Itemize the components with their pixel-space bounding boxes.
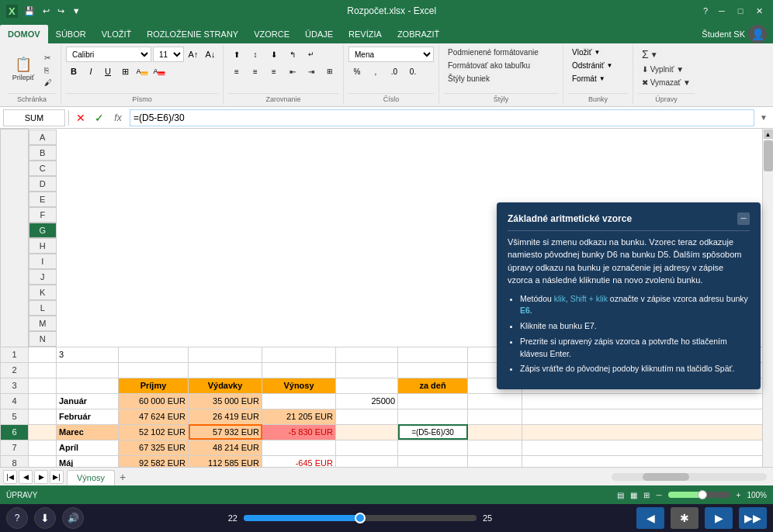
scrollbar-thumb[interactable] (764, 140, 773, 171)
confirm-formula-btn[interactable]: ✓ (91, 109, 108, 126)
h-scrollbar-thumb[interactable] (643, 473, 689, 481)
sheet-nav-next-btn[interactable]: ▶ (34, 470, 48, 484)
align-center-btn[interactable]: ≡ (247, 64, 264, 79)
cell-f4[interactable]: 25000 (336, 393, 398, 409)
cell-b6[interactable]: Marec (57, 424, 119, 440)
cell-d4[interactable]: 35 000 EUR (189, 393, 262, 409)
cell-f1[interactable] (336, 347, 398, 362)
cell-c2[interactable] (119, 362, 189, 378)
align-top-btn[interactable]: ⬆ (228, 47, 245, 62)
cell-i6[interactable] (522, 424, 774, 440)
taskbar-sound-btn[interactable]: 🔊 (62, 507, 84, 529)
row-num-2[interactable]: 2 (1, 362, 29, 378)
increase-decimal-btn[interactable]: .0 (386, 64, 403, 79)
cell-g8[interactable] (398, 455, 468, 467)
cell-g4[interactable] (398, 393, 468, 409)
cell-i5[interactable] (522, 409, 774, 424)
minimize-btn[interactable]: ─ (714, 5, 730, 17)
cell-d1[interactable] (189, 347, 262, 362)
border-btn[interactable]: ⊞ (117, 64, 133, 79)
insert-cells-btn[interactable]: Vložiť ▼ (568, 47, 604, 58)
help-icon[interactable]: ? (700, 5, 711, 17)
tab-vlozit[interactable]: VLOŽIŤ (94, 25, 140, 43)
increase-font-btn[interactable]: A↑ (185, 47, 201, 62)
align-bottom-btn[interactable]: ⬇ (265, 47, 283, 62)
cell-e1[interactable] (262, 347, 336, 362)
view-page-break-btn[interactable]: ⊞ (643, 491, 650, 499)
italic-btn[interactable]: I (83, 64, 99, 79)
copy-btn[interactable]: ⎘ (40, 64, 56, 76)
number-format-select[interactable]: Mena (348, 47, 434, 62)
cell-e5[interactable]: 21 205 EUR (262, 409, 336, 424)
taskbar-help-btn[interactable]: ? (6, 507, 28, 529)
tab-udaje[interactable]: ÚDAJE (297, 25, 341, 43)
decrease-decimal-btn[interactable]: 0. (404, 64, 421, 79)
col-header-l[interactable]: L (29, 300, 57, 316)
cell-a7[interactable] (29, 440, 57, 455)
cell-c7[interactable]: 67 325 EUR (119, 440, 189, 455)
close-btn[interactable]: ✕ (751, 5, 767, 17)
add-sheet-btn[interactable]: + (115, 469, 130, 485)
cell-d8[interactable]: 112 585 EUR (189, 455, 262, 467)
thousands-btn[interactable]: , (367, 64, 384, 79)
align-middle-btn[interactable]: ↕ (247, 47, 264, 62)
row-num-8[interactable]: 8 (1, 455, 29, 467)
col-header-h[interactable]: H (29, 238, 57, 254)
indent-less-btn[interactable]: ⇤ (284, 64, 301, 79)
tab-vzorce[interactable]: VZORCE (246, 25, 297, 43)
view-normal-btn[interactable]: ▤ (617, 491, 624, 499)
cell-h6[interactable] (468, 424, 522, 440)
taskbar-cursor-btn[interactable]: ✱ (671, 507, 698, 529)
undo-btn[interactable]: ↩ (40, 5, 53, 18)
cell-c5[interactable]: 47 624 EUR (119, 409, 189, 424)
user-avatar[interactable]: 👤 (748, 25, 767, 43)
col-header-m[interactable]: M (29, 316, 57, 331)
col-header-j[interactable]: J (29, 269, 57, 285)
cell-g1[interactable] (398, 347, 468, 362)
cell-h4[interactable] (468, 393, 522, 409)
font-color-btn[interactable]: A▬ (151, 64, 167, 79)
cell-e4[interactable] (262, 393, 336, 409)
cell-c4[interactable]: 60 000 EUR (119, 393, 189, 409)
name-box[interactable] (3, 109, 65, 126)
progress-bar[interactable] (244, 515, 477, 521)
vertical-scrollbar[interactable]: ▲ (762, 129, 773, 467)
help-box-minimize-btn[interactable]: ─ (737, 212, 750, 225)
fill-color-btn[interactable]: A▬ (134, 64, 150, 79)
save-btn[interactable]: 💾 (21, 5, 38, 18)
cell-styles-btn[interactable]: Štýly buniek (444, 73, 494, 85)
cell-a6[interactable] (29, 424, 57, 440)
col-header-a[interactable]: A (29, 130, 57, 145)
cell-d3[interactable]: Výdavky (189, 378, 262, 393)
taskbar-fast-forward-btn[interactable]: ▶▶ (739, 507, 767, 529)
delete-cells-btn[interactable]: Odstrániť ▼ (568, 60, 616, 71)
align-right-btn[interactable]: ≡ (265, 64, 283, 79)
cell-f7[interactable] (336, 440, 398, 455)
redo-btn[interactable]: ↪ (54, 5, 68, 18)
cell-g5[interactable] (398, 409, 468, 424)
cell-c8[interactable]: 92 582 EUR (119, 455, 189, 467)
col-header-g[interactable]: G (29, 223, 57, 238)
cell-i7[interactable] (522, 440, 774, 455)
row-num-4[interactable]: 4 (1, 393, 29, 409)
cell-a5[interactable] (29, 409, 57, 424)
cell-e2[interactable] (262, 362, 336, 378)
tab-zobrazit[interactable]: ZOBRAZIŤ (390, 25, 447, 43)
cell-b3[interactable] (57, 378, 119, 393)
fill-btn[interactable]: ⬇ Vyplniť ▼ (638, 64, 688, 75)
cell-a2[interactable] (29, 362, 57, 378)
cell-d2[interactable] (189, 362, 262, 378)
sheet-tab-vynosy[interactable]: Výnosy (67, 470, 115, 485)
cell-c1[interactable] (119, 347, 189, 362)
cell-e8[interactable]: -645 EUR (262, 455, 336, 467)
row-num-7[interactable]: 7 (1, 440, 29, 455)
format-cells-btn[interactable]: Formát ▼ (568, 73, 609, 85)
tab-subor[interactable]: SÚBOR (48, 25, 94, 43)
cell-b4[interactable]: Január (57, 393, 119, 409)
cell-a4[interactable] (29, 393, 57, 409)
tab-revizia[interactable]: REVÍZIA (341, 25, 390, 43)
qa-more-btn[interactable]: ▼ (69, 5, 84, 17)
bold-btn[interactable]: B (66, 64, 81, 79)
cell-h8[interactable] (468, 455, 522, 467)
format-painter-btn[interactable]: 🖌 (40, 77, 56, 88)
